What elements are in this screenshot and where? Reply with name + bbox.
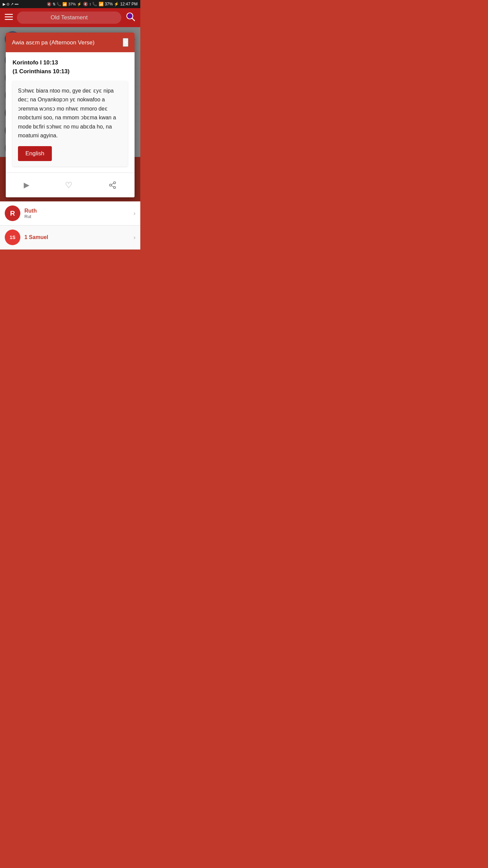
share-button[interactable] (102, 178, 123, 192)
status-time: 🔇 ↕ 📞 📶 37% ⚡ 12:47 PM (83, 2, 138, 6)
globe-search-icon[interactable] (125, 12, 136, 24)
search-box[interactable]: Old Testament (17, 12, 121, 24)
play-icon (24, 181, 29, 190)
svg-rect-1 (5, 17, 13, 18)
samuel-text: 1 Samuel (24, 234, 48, 240)
verse-card: Sɔhwɛ biara ntoo mo, gye deɛ ɛyɛ nipa de… (13, 81, 128, 166)
status-bar: ▶ ⊙ ↗ ••• 🔇 ⇅ 📞 📶 37% ⚡ 🔇 ↕ 📞 📶 37% ⚡ 12… (0, 0, 140, 8)
samuel-avatar: 1S (5, 230, 20, 245)
svg-line-9 (111, 183, 114, 185)
share-icon (108, 181, 117, 189)
samuel-list-item[interactable]: 1S 1 Samuel › (0, 225, 140, 250)
modal-header: Awia asɛm pa (Afternoon Verse) × (6, 33, 135, 52)
modal-footer (6, 173, 135, 197)
svg-line-4 (132, 18, 135, 21)
modal-title: Awia asɛm pa (Afternoon Verse) (12, 39, 123, 46)
verse-ref-line2: (1 Corinthians 10:13) (13, 67, 128, 76)
verse-modal: Awia asɛm pa (Afternoon Verse) × Korinto… (6, 33, 135, 197)
status-right: 🔇 ⇅ 📞 📶 37% ⚡ 🔇 ↕ 📞 📶 37% ⚡ 12:47 PM (47, 2, 138, 6)
status-icons-left: ▶ ⊙ ↗ ••• (3, 2, 19, 6)
samuel-main-name: 1 Samuel (24, 234, 48, 240)
samuel-chevron-icon: › (134, 234, 136, 241)
svg-rect-2 (5, 19, 13, 20)
top-nav: Old Testament (0, 8, 140, 27)
favorite-button[interactable] (58, 178, 79, 193)
modal-close-button[interactable]: × (123, 38, 128, 47)
heart-icon (65, 180, 73, 190)
ruth-main-name: Ruth (24, 208, 37, 214)
status-icons-right: 🔇 ⇅ 📞 📶 37% ⚡ (47, 2, 81, 6)
modal-body: Korintofo I 10:13 (1 Corinthians 10:13) … (6, 52, 135, 173)
ruth-sub-name: Rut (24, 214, 37, 219)
svg-rect-0 (5, 14, 13, 15)
verse-ref-line1: Korintofo I 10:13 (13, 58, 128, 67)
ruth-chevron-icon: › (134, 210, 136, 217)
verse-reference: Korintofo I 10:13 (1 Corinthians 10:13) (13, 58, 128, 76)
ruth-avatar: R (5, 205, 20, 221)
verse-text: Sɔhwɛ biara ntoo mo, gye deɛ ɛyɛ nipa de… (18, 86, 122, 140)
play-button[interactable] (17, 178, 36, 192)
hamburger-menu-icon[interactable] (5, 13, 13, 22)
bottom-list: R Ruth Rut › 1S 1 Samuel › (0, 201, 140, 250)
ruth-list-item[interactable]: R Ruth Rut › (0, 201, 140, 225)
ruth-text: Ruth Rut (24, 208, 37, 219)
search-placeholder: Old Testament (50, 14, 87, 21)
status-left: ▶ ⊙ ↗ ••• (3, 2, 19, 6)
english-button[interactable]: English (18, 146, 52, 161)
svg-line-8 (111, 186, 114, 187)
